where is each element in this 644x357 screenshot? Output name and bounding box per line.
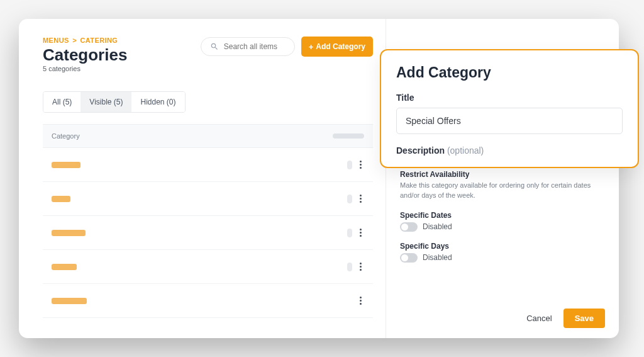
row-actions	[347, 260, 364, 273]
row-actions	[347, 226, 364, 239]
search-box[interactable]	[201, 37, 295, 56]
row-skeleton	[52, 298, 87, 304]
breadcrumb-separator: >	[72, 37, 77, 44]
table-row[interactable]	[43, 250, 373, 284]
specific-days-status: Disabled	[423, 253, 452, 262]
specific-dates-block: Specific Dates Disabled	[400, 211, 605, 232]
filter-tabs: All (5) Visible (5) Hidden (0)	[43, 91, 186, 113]
breadcrumb-root[interactable]: MENUS	[43, 37, 69, 44]
row-menu-button[interactable]	[357, 192, 364, 205]
add-category-label: Add Category	[316, 42, 365, 51]
row-menu-button[interactable]	[357, 158, 364, 171]
title-input[interactable]	[396, 108, 623, 134]
drag-handle-icon[interactable]	[347, 195, 352, 203]
row-skeleton	[52, 230, 86, 236]
main-panel: MENUS > CATERING Categories 5 categories…	[19, 19, 386, 338]
table-row[interactable]	[43, 148, 373, 182]
specific-dates-status: Disabled	[423, 222, 452, 231]
restrict-section: Restrict Availability Make this category…	[400, 170, 605, 201]
cancel-button[interactable]: Cancel	[526, 314, 552, 323]
column-header-skeleton	[333, 133, 364, 139]
add-category-button[interactable]: + Add Category	[301, 37, 373, 57]
breadcrumb: MENUS > CATERING	[43, 37, 127, 44]
row-menu-button[interactable]	[357, 260, 364, 273]
specific-days-block: Specific Days Disabled	[400, 242, 605, 263]
restrict-title: Restrict Availability	[400, 170, 605, 179]
row-menu-button[interactable]	[357, 226, 364, 239]
row-actions	[357, 294, 364, 307]
specific-days-toggle[interactable]	[400, 253, 418, 263]
description-optional-text: (optional)	[447, 145, 484, 156]
header-right: + Add Category	[201, 37, 373, 57]
table-row[interactable]	[43, 216, 373, 250]
search-icon	[210, 42, 219, 51]
drag-handle-icon[interactable]	[347, 263, 352, 271]
row-menu-button[interactable]	[357, 294, 364, 307]
breadcrumb-current[interactable]: CATERING	[80, 37, 118, 44]
row-actions	[347, 192, 364, 205]
table-row[interactable]	[43, 284, 373, 318]
column-header-category: Category	[52, 132, 80, 140]
plus-icon: +	[309, 43, 314, 51]
add-category-overlay: Add Category Title Description (optional…	[380, 49, 639, 168]
tab-hidden[interactable]: Hidden (0)	[131, 92, 184, 112]
page-title: Categories	[43, 45, 127, 65]
drag-handle-icon[interactable]	[347, 161, 352, 169]
description-label-text: Description	[396, 145, 445, 156]
specific-dates-toggle[interactable]	[400, 222, 418, 232]
table-row[interactable]	[43, 182, 373, 216]
row-skeleton	[52, 196, 70, 202]
row-skeleton	[52, 264, 77, 270]
tab-all[interactable]: All (5)	[43, 92, 80, 112]
row-actions	[347, 158, 364, 171]
table-header: Category	[43, 124, 373, 148]
specific-dates-title: Specific Dates	[400, 211, 605, 220]
page-subtitle: 5 categories	[43, 65, 127, 72]
overlay-heading: Add Category	[396, 64, 623, 81]
row-skeleton	[52, 162, 80, 168]
title-label: Title	[396, 93, 623, 103]
side-footer: Cancel Save	[400, 296, 605, 328]
restrict-subtitle: Make this category available for orderin…	[400, 181, 605, 201]
drag-handle-icon[interactable]	[347, 229, 352, 237]
search-input[interactable]	[224, 42, 286, 51]
description-label: Description (optional)	[396, 145, 623, 156]
header-left: MENUS > CATERING Categories 5 categories	[43, 37, 127, 72]
header: MENUS > CATERING Categories 5 categories…	[43, 37, 373, 72]
tab-visible[interactable]: Visible (5)	[80, 92, 131, 112]
save-button[interactable]: Save	[564, 309, 605, 328]
specific-days-title: Specific Days	[400, 242, 605, 251]
